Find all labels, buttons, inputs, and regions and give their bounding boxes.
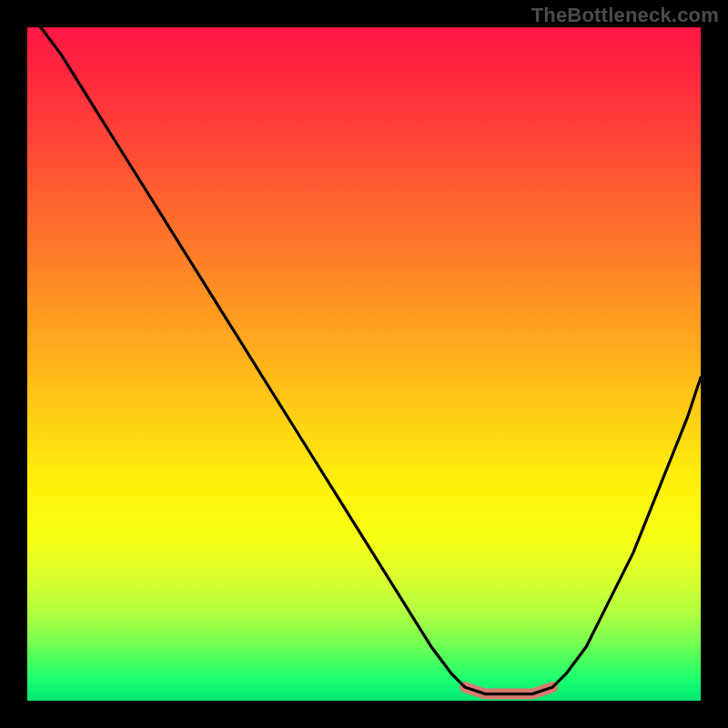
chart-frame: TheBottleneck.com [0, 0, 728, 728]
bottleneck-curve [27, 27, 701, 701]
watermark-text: TheBottleneck.com [531, 4, 719, 27]
curve-path [27, 27, 701, 694]
plot-area [27, 27, 701, 701]
